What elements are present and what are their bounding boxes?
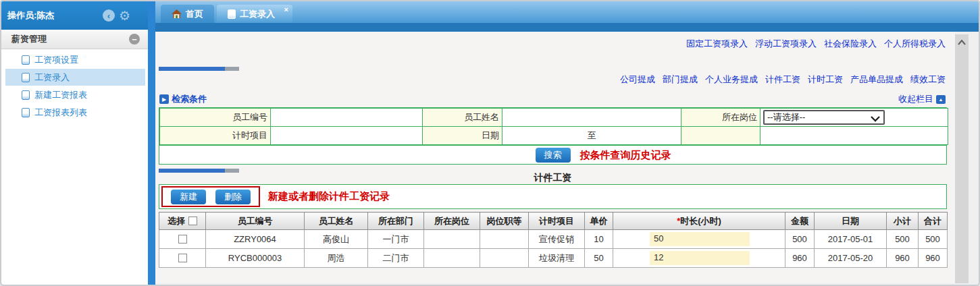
sidebar-item-1[interactable]: 工资录入 [5,69,145,86]
time-item-label: 计时项目 [160,127,271,145]
cell-date: 2017-05-20 [815,249,887,268]
sidebar-item-0[interactable]: 工资项设置 [5,51,145,68]
collapse-panel-link[interactable]: 收起栏目 [898,93,933,105]
employee-name-label: 员工姓名 [423,109,502,127]
cell-employee_name: 高俊山 [305,230,368,249]
sidebar-splitter[interactable] [148,1,155,285]
sidebar-section-salary[interactable]: 薪资管理 − [1,30,148,49]
cell-hours: 50 [613,230,785,249]
cell-grade [480,230,529,249]
collapse-panel-icon[interactable]: ▲ [936,95,946,104]
quick-link-1-3[interactable]: 个人所得税录入 [884,38,946,50]
cell-position [424,249,480,268]
column-header-7: 单价 [585,212,613,230]
quick-link-2-0[interactable]: 公司提成 [620,74,655,86]
cell-department: 二门市 [368,249,424,268]
collapse-sidebar-icon[interactable]: ‹ [103,9,115,22]
column-header-2: 员工姓名 [305,212,368,230]
quick-link-1-1[interactable]: 浮动工资项录入 [755,38,817,50]
main-area: 首页工资录入× 固定工资项录入浮动工资项录入社会保险录入个人所得税录入 公司提成… [155,1,979,286]
column-header-6: 计时项目 [529,212,585,230]
select-all-checkbox[interactable] [188,217,197,225]
cell-date: 2017-05-01 [815,230,887,249]
tab-bar-underline [155,23,979,32]
search-conditions-title: 检索条件 [172,93,207,105]
cell-select [159,249,206,268]
sidebar-header: 操作员:陈杰 ‹ ⚙ [1,1,148,30]
sidebar-item-label: 工资项设置 [34,54,78,66]
cell-position [424,230,480,249]
search-button[interactable]: 搜索 [536,148,571,163]
cell-subtotal: 500 [887,230,919,249]
piecework-title: 计件工资 [159,172,947,184]
hours-input[interactable]: 12 [650,251,750,265]
annotation-highlight-box: 新建 删除 [161,186,260,207]
toolbar-annotation: 新建或者删除计件工资记录 [268,190,390,203]
progress-divider [159,67,239,71]
cell-select [159,230,206,249]
app-window: 操作员:陈杰 ‹ ⚙ 薪资管理 − 工资项设置工资录入新建工资报表工资报表列表 … [0,0,980,286]
tab-label: 工资录入 [240,8,275,20]
cell-total: 500 [919,230,948,249]
cell-hours: 12 [613,249,785,268]
sidebar-section-title: 薪资管理 [11,33,47,45]
operator-label: 操作员:陈杰 [7,9,54,22]
column-header-11: 小计 [887,212,919,230]
quick-link-1-2[interactable]: 社会保险录入 [824,38,877,50]
sidebar: 操作员:陈杰 ‹ ⚙ 薪资管理 − 工资项设置工资录入新建工资报表工资报表列表 [1,1,148,285]
row-checkbox[interactable] [178,235,187,244]
sidebar-menu: 工资项设置工资录入新建工资报表工资报表列表 [1,51,148,121]
column-header-1: 员工编号 [206,212,305,230]
cell-time_item: 宣传促销 [529,230,585,249]
tab-0[interactable]: 首页 [161,5,214,23]
column-header-12: 合计 [919,212,948,230]
employee-no-input[interactable] [271,109,423,127]
category-links-row: 公司提成部门提成个人业务提成计件工资计时工资产品单品提成绩效工资 [620,74,946,86]
employee-no-label: 员工编号 [160,109,271,127]
tab-label: 首页 [186,8,203,20]
delete-button[interactable]: 删除 [215,190,251,204]
quick-link-2-4[interactable]: 计时工资 [808,74,843,86]
column-header-10: 日期 [815,212,887,230]
column-header-4: 所在岗位 [424,212,480,230]
quick-link-2-6[interactable]: 绩效工资 [910,74,946,86]
expand-icon[interactable]: ▶ [159,94,169,104]
cell-total: 960 [919,249,948,268]
cell-grade [480,249,529,268]
sidebar-item-3[interactable]: 工资报表列表 [5,104,145,121]
entry-links-row: 固定工资项录入浮动工资项录入社会保险录入个人所得税录入 [686,38,946,50]
home-icon [172,9,182,19]
collapse-section-icon[interactable]: − [129,34,140,45]
position-select[interactable]: --请选择-- [763,110,885,125]
quick-link-1-0[interactable]: 固定工资项录入 [686,38,748,50]
column-header-0: 选择 [159,212,206,230]
cell-amount: 960 [785,249,815,268]
date-label: 日期 [423,127,502,145]
column-header-9: 金额 [785,212,815,230]
close-icon[interactable]: × [284,5,288,13]
column-header-8: *时长(小时) [613,212,785,230]
time-item-input[interactable] [271,127,423,145]
cell-employee_name: 周浩 [305,249,368,268]
cell-unit_price: 10 [585,230,613,249]
piecework-toolbar: 新建 删除 新建或者删除计件工资记录 [159,184,947,209]
employee-name-input[interactable] [502,109,681,127]
tab-1[interactable]: 工资录入× [217,5,292,23]
empty-input-cell [760,127,948,145]
hours-input[interactable]: 50 [650,232,750,246]
row-checkbox[interactable] [178,254,187,262]
content-panel: 固定工资项录入浮动工资项录入社会保险录入个人所得税录入 公司提成部门提成个人业务… [155,32,955,283]
quick-link-2-5[interactable]: 产品单品提成 [850,74,903,86]
vertical-scrollbar[interactable] [955,34,969,283]
sidebar-item-2[interactable]: 新建工资报表 [5,86,145,103]
quick-link-2-3[interactable]: 计件工资 [765,74,800,86]
new-button[interactable]: 新建 [171,190,206,204]
document-icon [22,90,30,100]
required-mark: * [677,216,680,226]
scroll-up-icon[interactable] [955,40,969,45]
document-icon [22,55,30,65]
date-range-input[interactable]: 至 [502,127,681,145]
gear-icon[interactable]: ⚙ [119,9,130,22]
quick-link-2-2[interactable]: 个人业务提成 [705,74,758,86]
quick-link-2-1[interactable]: 部门提成 [663,74,698,86]
